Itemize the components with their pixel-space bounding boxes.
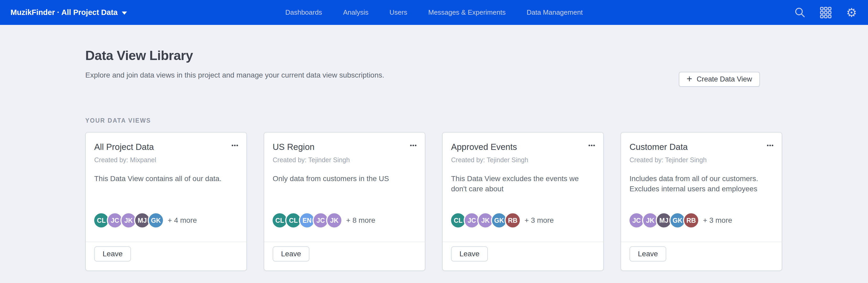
nav-menu: Dashboards Analysis Users Messages & Exp… <box>285 0 583 25</box>
search-icon[interactable] <box>794 6 806 19</box>
data-view-card-customer-data: Customer Data Created by: Tejinder Singh… <box>621 132 782 271</box>
create-data-view-button[interactable]: + Create Data View <box>679 72 760 87</box>
avatar: GK <box>148 212 164 228</box>
page-title: Data View Library <box>85 25 868 63</box>
nav-item-dashboards[interactable]: Dashboards <box>285 8 322 16</box>
card-created-by: Created by: Tejinder Singh <box>273 156 416 164</box>
more-members-label: + 3 more <box>703 216 732 224</box>
avatar-stack: JC JK MJ GK RB + 3 more <box>629 212 773 228</box>
nav-right-icons: ⚙ <box>794 6 858 19</box>
apps-grid-icon[interactable] <box>820 6 832 19</box>
card-title: US Region <box>273 142 315 152</box>
overflow-menu-icon[interactable] <box>232 142 238 146</box>
card-description: Includes data from all of our customers.… <box>629 174 773 194</box>
card-title: Customer Data <box>629 142 688 152</box>
avatar-stack: CL CL EN JC JK + 8 more <box>273 212 416 228</box>
project-switcher-label: MuzikFinder · All Project Data <box>10 8 118 17</box>
more-members-label: + 3 more <box>525 216 554 224</box>
avatar-stack: CL JC JK GK RB + 3 more <box>451 212 595 228</box>
more-members-label: + 4 more <box>168 216 197 224</box>
main-content: Data View Library Explore and join data … <box>0 25 868 271</box>
card-created-by: Created by: Tejinder Singh <box>451 156 595 164</box>
nav-item-users[interactable]: Users <box>390 8 407 16</box>
nav-item-messages-experiments[interactable]: Messages & Experiments <box>428 8 506 16</box>
nav-item-data-management[interactable]: Data Management <box>527 8 583 16</box>
avatar: RB <box>504 212 521 228</box>
card-created-by: Created by: Mixpanel <box>94 156 238 164</box>
more-members-label: + 8 more <box>346 216 375 224</box>
section-label-your-data-views: YOUR DATA VIEWS <box>85 117 868 124</box>
card-title: Approved Events <box>451 142 517 152</box>
leave-button[interactable]: Leave <box>273 246 309 261</box>
nav-item-analysis[interactable]: Analysis <box>343 8 368 16</box>
data-view-cards: All Project Data Created by: Mixpanel Th… <box>85 132 868 271</box>
plus-icon: + <box>687 74 692 83</box>
avatar: RB <box>683 212 699 228</box>
card-title: All Project Data <box>94 142 154 152</box>
data-view-card-all-project-data: All Project Data Created by: Mixpanel Th… <box>85 132 247 271</box>
avatar: JK <box>326 212 342 228</box>
data-view-card-us-region: US Region Created by: Tejinder Singh Onl… <box>264 132 425 271</box>
card-created-by: Created by: Tejinder Singh <box>629 156 773 164</box>
card-description: This Data View contains all of our data. <box>94 174 238 184</box>
overflow-menu-icon[interactable] <box>589 142 595 146</box>
gear-icon[interactable]: ⚙ <box>845 6 858 19</box>
card-description: This Data View excludes the events we do… <box>451 174 595 194</box>
card-description: Only data from customers in the US <box>273 174 416 184</box>
project-switcher[interactable]: MuzikFinder · All Project Data <box>10 8 127 17</box>
create-data-view-label: Create Data View <box>696 75 752 83</box>
top-nav: MuzikFinder · All Project Data Dashboard… <box>0 0 868 25</box>
avatar-stack: CL JC JK MJ GK + 4 more <box>94 212 238 228</box>
leave-button[interactable]: Leave <box>629 246 666 261</box>
leave-button[interactable]: Leave <box>94 246 131 261</box>
chevron-down-icon <box>122 11 127 15</box>
overflow-menu-icon[interactable] <box>767 142 773 146</box>
data-view-card-approved-events: Approved Events Created by: Tejinder Sin… <box>442 132 604 271</box>
leave-button[interactable]: Leave <box>451 246 488 261</box>
overflow-menu-icon[interactable] <box>410 142 416 146</box>
